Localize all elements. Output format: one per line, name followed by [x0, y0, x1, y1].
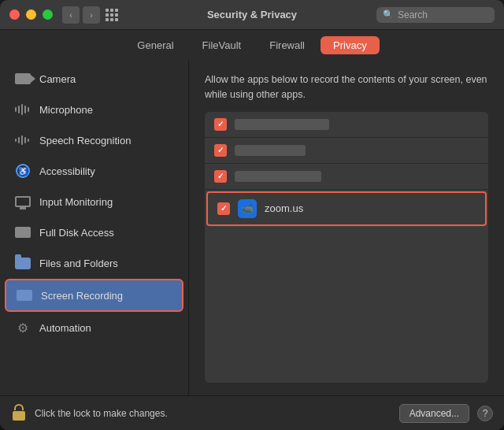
sidebar-label-automation: Automation	[39, 322, 91, 334]
back-button[interactable]: ‹	[62, 6, 80, 24]
sidebar-label-full-disk: Full Disk Access	[39, 227, 114, 239]
panel-description: Allow the apps below to record the conte…	[205, 72, 488, 102]
app-checkbox-1[interactable]	[214, 118, 227, 131]
sidebar-label-speech: Speech Recognition	[39, 135, 131, 146]
apps-list: 📹 zoom.us	[205, 112, 488, 384]
search-bar[interactable]: 🔍	[376, 7, 495, 23]
sidebar-label-camera: Camera	[39, 73, 76, 85]
sidebar-label-files: Files and Folders	[39, 258, 118, 269]
app-checkbox-zoom[interactable]	[217, 202, 230, 215]
app-checkbox-3[interactable]	[214, 170, 227, 183]
app-bar-3	[235, 171, 321, 182]
accessibility-icon: ♿	[14, 162, 32, 180]
sidebar-label-input-monitoring: Input Monitoring	[39, 196, 113, 208]
traffic-lights	[9, 9, 53, 20]
disk-icon	[14, 224, 32, 241]
tab-privacy[interactable]: Privacy	[321, 36, 380, 54]
app-bar-2	[235, 145, 306, 156]
sidebar-item-speech[interactable]: Speech Recognition	[5, 125, 183, 155]
tab-filevault[interactable]: FileVault	[190, 36, 254, 54]
speech-icon	[14, 132, 32, 149]
zoom-app-icon: 📹	[238, 199, 257, 218]
sidebar-item-microphone[interactable]: Microphone	[5, 95, 183, 124]
lock-message: Click the lock to make changes.	[35, 408, 391, 419]
grid-button[interactable]	[103, 6, 120, 24]
sidebar-label-accessibility: Accessibility	[39, 165, 95, 177]
maximize-button[interactable]	[43, 9, 53, 20]
app-item-2	[205, 138, 488, 164]
zoom-app-name: zoom.us	[265, 202, 303, 214]
bottombar: Click the lock to make changes. Advanced…	[0, 395, 504, 430]
app-bar-1	[235, 119, 329, 130]
close-button[interactable]	[9, 9, 20, 20]
titlebar: ‹ › Security & Privacy 🔍	[0, 0, 504, 30]
app-item-zoom: 📹 zoom.us	[206, 191, 487, 226]
sidebar-item-input-monitoring[interactable]: Input Monitoring	[5, 187, 183, 217]
camera-icon	[14, 70, 32, 87]
tab-firewall[interactable]: Firewall	[257, 36, 317, 54]
sidebar-item-accessibility[interactable]: ♿ Accessibility	[5, 156, 183, 186]
screen-recording-icon	[16, 287, 33, 304]
sidebar-item-full-disk[interactable]: Full Disk Access	[5, 217, 183, 247]
search-input[interactable]	[398, 9, 488, 20]
window-title: Security & Privacy	[207, 9, 297, 20]
tab-general[interactable]: General	[124, 36, 186, 54]
search-icon: 🔍	[383, 9, 394, 20]
gear-icon: ⚙	[14, 319, 32, 336]
microphone-icon	[14, 101, 32, 118]
input-monitor-icon	[14, 193, 32, 210]
sidebar: Camera Microphone	[0, 60, 189, 395]
lock-shackle	[14, 404, 24, 410]
sidebar-item-camera[interactable]: Camera	[5, 64, 183, 94]
lock-icon[interactable]	[11, 404, 27, 423]
tabbar: General FileVault Firewall Privacy	[0, 30, 504, 60]
sidebar-label-microphone: Microphone	[39, 104, 93, 116]
sidebar-label-screen-recording: Screen Recording	[41, 290, 123, 302]
grid-icon	[106, 9, 118, 21]
sidebar-item-automation[interactable]: ⚙ Automation	[5, 313, 183, 343]
minimize-button[interactable]	[26, 9, 36, 20]
sidebar-item-files[interactable]: Files and Folders	[5, 248, 183, 278]
main-content: Camera Microphone	[0, 60, 504, 395]
lock-body	[13, 411, 25, 421]
right-panel: Allow the apps below to record the conte…	[189, 60, 504, 395]
app-item-3	[205, 164, 488, 190]
nav-buttons: ‹ ›	[62, 6, 100, 24]
advanced-button[interactable]: Advanced...	[399, 404, 469, 423]
folder-icon	[14, 254, 32, 272]
sidebar-item-screen-recording[interactable]: Screen Recording	[5, 279, 183, 312]
forward-button[interactable]: ›	[83, 6, 100, 24]
help-button[interactable]: ?	[477, 406, 493, 421]
main-window: ‹ › Security & Privacy 🔍 General FileVau…	[0, 0, 504, 430]
app-item-1	[205, 112, 488, 138]
app-checkbox-2[interactable]	[214, 144, 227, 157]
